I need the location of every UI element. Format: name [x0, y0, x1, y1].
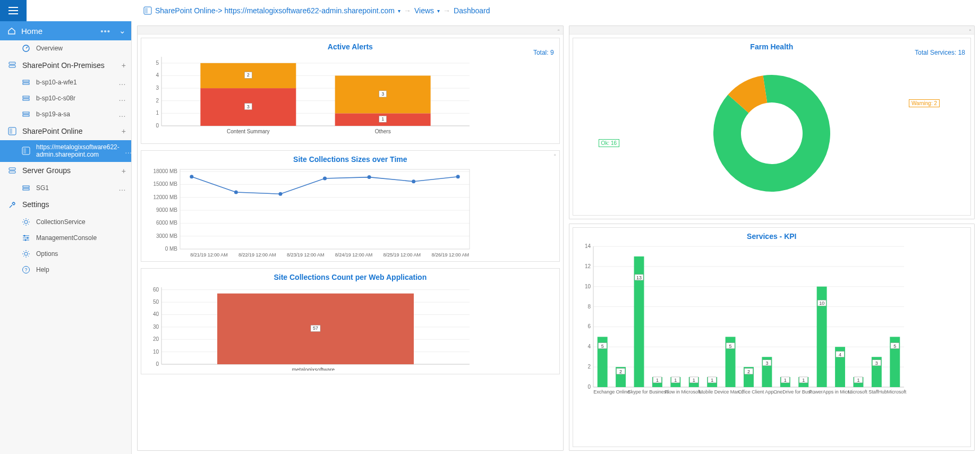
add-icon[interactable]: +	[122, 127, 126, 135]
chart-title: Site Collections Sizes over Time	[146, 154, 555, 167]
panel-collapse-icon[interactable]: ▫	[969, 27, 971, 33]
server-sm-icon	[21, 78, 31, 87]
svg-point-74	[412, 179, 415, 183]
sidebar-item-label: Help	[36, 266, 49, 273]
sidebar-item[interactable]: SharePoint On-Premises+	[0, 56, 131, 74]
svg-text:20: 20	[153, 336, 159, 342]
chevron-down-icon[interactable]: ⌄	[119, 26, 126, 36]
svg-text:8/26/19 12:00 AM: 8/26/19 12:00 AM	[431, 252, 469, 258]
sidebar-item[interactable]: b-sp10-a-wfe1…	[0, 74, 131, 90]
svg-rect-8	[23, 99, 29, 100]
chart-title: Farm Health	[577, 41, 966, 54]
sidebar-item-label: CollectionService	[36, 218, 86, 226]
svg-rect-6	[23, 83, 29, 84]
server-icon	[7, 61, 17, 70]
svg-text:3: 3	[765, 361, 768, 366]
more-icon[interactable]: …	[118, 94, 126, 102]
dashboard-content: ▫ Active Alerts Total: 9 01234532Content…	[132, 21, 980, 454]
sidebar-item-label: SharePoint Online	[22, 127, 83, 136]
more-icon[interactable]: •••	[100, 27, 110, 36]
add-icon[interactable]: +	[122, 61, 126, 70]
chevron-right-icon: →	[443, 6, 450, 15]
svg-text:12000 MB: 12000 MB	[153, 194, 177, 200]
svg-text:1: 1	[156, 110, 159, 116]
sidebar-item[interactable]: Server Groups+	[0, 162, 131, 180]
wrench-icon	[7, 200, 17, 210]
sidebar-home[interactable]: Home ••• ⌄	[0, 21, 131, 40]
more-icon[interactable]: …	[118, 184, 126, 192]
svg-text:1: 1	[802, 378, 805, 383]
svg-text:1: 1	[692, 378, 695, 383]
farm-health-panel: Farm Health Total Services: 18 Ok: 16 Wa…	[573, 38, 971, 216]
sidebar-item[interactable]: ManagementConsole	[0, 230, 131, 246]
svg-point-23	[24, 252, 28, 255]
svg-text:8/24/19 12:00 AM: 8/24/19 12:00 AM	[335, 252, 373, 258]
svg-text:4: 4	[156, 72, 159, 78]
top-bar: SharePoint Online-> https://metalogixsof…	[0, 0, 980, 21]
panel-collapse-icon[interactable]: ▫	[554, 152, 556, 158]
svg-text:0: 0	[156, 361, 159, 367]
sidebar-item-label: SG1	[36, 184, 49, 192]
svg-text:2: 2	[619, 369, 622, 374]
svg-text:8/25/19 12:00 AM: 8/25/19 12:00 AM	[384, 252, 421, 258]
site-sizes-panel: ▫ Site Collections Sizes over Time 0 MB3…	[141, 150, 560, 262]
breadcrumb-dashboard[interactable]: Dashboard	[454, 6, 490, 15]
svg-text:8: 8	[587, 304, 591, 310]
sidebar-item-label: Overview	[36, 45, 63, 52]
breadcrumb-root[interactable]: SharePoint Online-> https://metalogixsof…	[155, 6, 395, 15]
breadcrumb-views-dropdown[interactable]: ▾	[437, 8, 440, 14]
gauge-icon	[21, 44, 31, 53]
sidebar-item[interactable]: CollectionService	[0, 214, 131, 230]
sidebar-item[interactable]: ?Help	[0, 262, 131, 278]
sidebar-item[interactable]: Options	[0, 246, 131, 262]
svg-text:1: 1	[674, 378, 677, 383]
svg-text:Microsoft Forms: Microsoft Forms	[887, 389, 906, 395]
svg-text:50: 50	[153, 299, 159, 305]
sidebar-item[interactable]: Overview	[0, 40, 131, 56]
sidebar-item[interactable]: https://metalogixsoftware622-admin.share…	[0, 140, 131, 162]
sharepoint-icon	[143, 6, 152, 15]
svg-text:18000 MB: 18000 MB	[153, 168, 177, 174]
svg-text:15000 MB: 15000 MB	[153, 181, 177, 187]
panel-collapse-icon[interactable]: ▫	[558, 27, 560, 33]
svg-text:5: 5	[893, 344, 896, 349]
more-icon[interactable]: …	[118, 110, 126, 118]
site-count-panel: Site Collections Count per Web Applicati…	[141, 268, 560, 374]
svg-text:Skype for Business: Skype for Business	[627, 389, 669, 395]
more-icon[interactable]: …	[125, 147, 132, 155]
sliders-icon	[21, 233, 31, 243]
svg-text:2: 2	[247, 72, 250, 78]
breadcrumb-views[interactable]: Views	[414, 6, 434, 15]
svg-text:57: 57	[313, 325, 318, 331]
sidebar-item[interactable]: b-sp10-c-s08r…	[0, 90, 131, 106]
sidebar-item[interactable]: b-sp19-a-sa…	[0, 106, 131, 122]
svg-rect-14	[23, 148, 26, 153]
svg-point-69	[190, 175, 193, 178]
svg-text:Others: Others	[375, 129, 391, 134]
svg-rect-68	[180, 169, 470, 249]
sidebar-item[interactable]: SharePoint Online+	[0, 122, 131, 140]
svg-text:2: 2	[156, 98, 159, 104]
svg-text:0 MB: 0 MB	[165, 246, 178, 252]
breadcrumb: SharePoint Online-> https://metalogixsof…	[27, 6, 490, 15]
sidebar: Home ••• ⌄ OverviewSharePoint On-Premise…	[0, 21, 132, 454]
svg-point-75	[456, 175, 460, 178]
sidebar-item[interactable]: Settings	[0, 196, 131, 214]
svg-rect-5	[23, 80, 29, 82]
svg-text:4: 4	[587, 344, 591, 349]
server-sm-icon	[21, 109, 31, 119]
add-icon[interactable]: +	[122, 167, 126, 175]
menu-button[interactable]	[0, 0, 27, 21]
svg-text:10: 10	[153, 349, 159, 355]
svg-text:6000 MB: 6000 MB	[156, 220, 177, 226]
more-icon[interactable]: …	[118, 78, 126, 87]
sidebar-item[interactable]: SG1…	[0, 180, 131, 196]
chevron-right-icon: →	[404, 6, 411, 15]
sidebar-item-label: Settings	[22, 200, 49, 209]
svg-rect-12	[10, 129, 12, 134]
sidebar-item-label: b-sp10-a-wfe1	[36, 79, 77, 86]
breadcrumb-root-dropdown[interactable]: ▾	[398, 8, 400, 14]
svg-text:60: 60	[153, 287, 159, 293]
svg-rect-1	[145, 8, 148, 13]
svg-text:5: 5	[156, 60, 159, 66]
